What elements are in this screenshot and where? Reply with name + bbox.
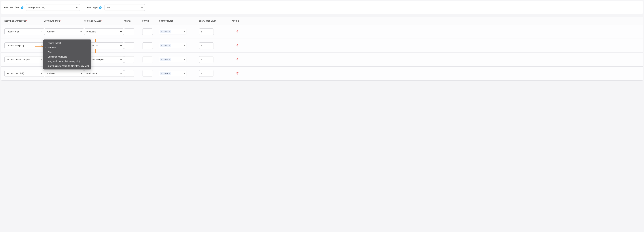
suffix-input[interactable] [142,42,153,49]
feed-type-label: Feed Type ? [87,6,102,9]
chevron-down-icon [80,31,82,33]
caret-down-icon [184,73,185,74]
chevron-down-icon [120,72,122,74]
attribute-type-value: Attribute [46,72,54,75]
filter-tag: ×Default [160,58,171,61]
table-row: Product Title [title]Please SelectAttrib… [2,39,642,53]
th-attribute-type: ATTRIBUTE TYPE* [44,20,84,22]
suffix-input[interactable] [142,56,153,63]
table-row: Product URL [link]AttributeProduct URL×D… [2,67,642,80]
chevron-down-icon [40,31,42,33]
required-attribute-value: Product Id [id] [7,30,20,33]
output-filter-select[interactable]: ×Default [159,71,186,76]
help-icon[interactable]: ? [99,6,102,9]
chevron-down-icon [40,59,42,60]
caret-down-icon [184,59,185,60]
feed-merchant-select[interactable]: Google Shopping [26,4,80,11]
close-icon[interactable]: × [160,72,163,75]
prefix-input[interactable] [124,56,134,63]
required-attribute-select[interactable]: Product Id [id] [4,28,44,35]
th-action: ACTION [226,20,239,22]
chevron-down-icon [40,72,42,74]
chevron-down-icon [120,31,122,33]
delete-button[interactable] [236,30,239,33]
assigned-value-text: Product URL [86,72,99,75]
top-config-bar: Feed Merchant ? Google Shopping Feed Typ… [1,1,643,14]
output-filter-select[interactable]: ×Default [159,43,186,48]
chevron-down-icon [120,45,122,46]
required-attribute-value: Product Description [des [7,58,30,61]
suffix-input[interactable] [142,28,153,35]
dropdown-option[interactable]: Static [43,50,91,54]
feed-merchant-label-text: Feed Merchant [4,6,20,8]
assigned-value-select[interactable]: Product Id [84,28,124,35]
dropdown-option[interactable]: eBay Shipping Attribute (Only for ebay M… [43,64,91,68]
feed-merchant-label: Feed Merchant ? [4,6,24,9]
th-suffix: SUFFIX [142,20,159,22]
chevron-down-icon [120,59,122,60]
filter-tag-label: Default [164,44,170,47]
attribute-type-select[interactable]: Attribute [44,70,84,77]
suffix-input[interactable] [142,70,153,77]
th-character-limit: CHARACTER LIMIT [199,20,226,22]
prefix-input[interactable] [124,70,134,77]
close-icon[interactable]: × [160,44,163,47]
table-row: Product Description [desAttributeProduct… [2,53,642,67]
output-filter-select[interactable]: ×Default [159,29,186,34]
required-attribute-select[interactable]: Product URL [link] [4,70,44,77]
filter-tag-label: Default [164,72,170,74]
filter-tag: ×Default [160,44,171,47]
attribute-type-value: Attribute [46,30,54,33]
dropdown-option[interactable]: Attribute [43,45,91,50]
th-output-filter: OUTPUT FILTER [159,20,199,22]
assigned-value-select[interactable]: Product URL [84,70,124,77]
table-header: REQUIRED ATTRIBUTES* ATTRIBUTE TYPE* ASS… [2,17,642,25]
character-limit-input[interactable] [199,28,214,35]
caret-down-icon [184,31,185,32]
filter-tag: ×Default [160,72,171,75]
dropdown-option[interactable]: Combined Attributes [43,54,91,59]
filter-tag: ×Default [160,30,171,33]
required-attribute-select[interactable]: Product Description [des [4,56,44,63]
close-icon[interactable]: × [160,30,163,33]
caret-down-icon [184,45,185,46]
delete-button[interactable] [236,72,239,75]
filter-tag-label: Default [164,31,170,33]
th-prefix: PREFIX [124,20,142,22]
feed-merchant-value: Google Shopping [28,6,45,9]
required-attribute-value: Product URL [link] [7,72,24,75]
attributes-table: REQUIRED ATTRIBUTES* ATTRIBUTE TYPE* ASS… [1,17,643,81]
required-attribute-value: Product Title [title] [7,44,24,47]
dropdown-option[interactable]: eBay Attribute (Only for ebay Mip) [43,59,91,64]
feed-type-value: XML [106,6,111,9]
prefix-input[interactable] [124,42,134,49]
assigned-value-text: Product Id [86,30,96,33]
feed-type-group: Feed Type ? XML [87,4,145,11]
delete-button[interactable] [236,58,239,61]
prefix-input[interactable] [124,28,134,35]
output-filter-select[interactable]: ×Default [159,57,186,62]
chevron-down-icon [141,6,143,8]
table-row: Product Id [id]AttributeProduct Id×Defau… [2,25,642,39]
th-assigned-values: ASSIGNED VALUES* [84,20,124,22]
attribute-type-dropdown[interactable]: Please SelectAttributeStaticCombined Att… [43,39,91,69]
dropdown-option[interactable]: Please Select [43,41,91,45]
feed-merchant-group: Feed Merchant ? Google Shopping [4,4,80,11]
delete-button[interactable] [236,44,239,47]
character-limit-input[interactable] [199,56,214,63]
attribute-type-select[interactable]: Attribute [44,28,84,35]
feed-type-label-text: Feed Type [87,6,98,8]
chevron-down-icon [80,72,82,74]
character-limit-input[interactable] [199,42,214,49]
chevron-down-icon [76,6,78,8]
help-icon[interactable]: ? [21,6,24,9]
filter-tag-label: Default [164,58,170,61]
feed-type-select[interactable]: XML [104,4,145,11]
character-limit-input[interactable] [199,70,214,77]
close-icon[interactable]: × [160,58,163,61]
th-required-attributes: REQUIRED ATTRIBUTES* [4,20,44,22]
